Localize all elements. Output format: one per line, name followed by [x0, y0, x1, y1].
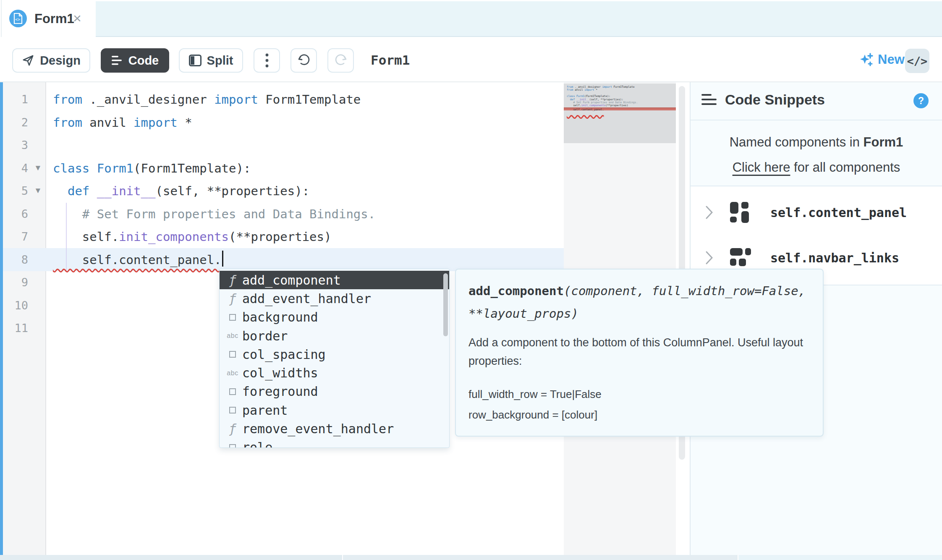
minimap-line [567, 114, 676, 117]
all-components-link[interactable]: Click here [733, 160, 790, 175]
code-token: (**properties) [605, 104, 628, 107]
code-line[interactable]: from anvil import * [53, 111, 375, 134]
completion-item[interactable]: ƒadd_event_handler [220, 289, 449, 308]
completion-item[interactable]: ƒremove_event_handler [220, 419, 449, 438]
design-label: Design [40, 54, 81, 68]
gutter-row: 1 [3, 88, 45, 111]
code-line[interactable]: from ._anvil_designer import Form1Templa… [53, 88, 375, 111]
completion-item[interactable]: background [220, 308, 449, 327]
code-line[interactable] [53, 134, 375, 157]
code-token: anvil [573, 88, 584, 92]
chevron-right-icon[interactable] [704, 250, 714, 265]
property-icon [223, 407, 242, 413]
component-row[interactable]: self.content_panel [691, 190, 942, 235]
chevron-right-icon[interactable] [704, 205, 714, 220]
autocomplete-dropdown: ƒadd_componentƒadd_event_handlerbackgrou… [219, 269, 450, 448]
fold-arrow-icon[interactable]: ▼ [34, 157, 42, 180]
autocomplete-scrollbar[interactable] [443, 273, 448, 336]
code-token: (self, **properties): [155, 184, 309, 198]
tab-close-icon[interactable]: × [73, 10, 81, 26]
design-button[interactable]: Design [12, 48, 90, 73]
layout-prop-line: full_width_row = True|False [468, 388, 810, 401]
string-icon: abc [223, 369, 242, 377]
code-line[interactable]: self.content_panel. [53, 249, 375, 272]
line-number: 6 [3, 203, 28, 226]
completion-label: role [242, 440, 272, 448]
line-number: 8 [3, 249, 28, 272]
code-token [53, 184, 68, 198]
code-token: import [584, 88, 594, 92]
code-line[interactable]: self.init_components(**properties) [53, 225, 375, 249]
property-icon [223, 351, 242, 358]
completion-item[interactable]: abccol_widths [220, 364, 449, 382]
completion-label: foreground [242, 384, 318, 399]
completion-label: add_event_handler [242, 291, 371, 306]
code-token: def [68, 184, 89, 198]
completion-item[interactable]: foreground [220, 382, 449, 401]
completion-label: background [242, 310, 318, 324]
code-token: from [53, 115, 82, 130]
bottom-bar [0, 555, 942, 560]
code-line[interactable]: # Set Form properties and Data Bindings. [53, 203, 375, 226]
code-line[interactable]: def __init__(self, **properties): [53, 180, 375, 203]
fold-arrow-icon[interactable]: ▼ [34, 179, 42, 202]
code-button[interactable]: Code [101, 48, 169, 73]
form-title: Form1 [371, 52, 410, 68]
snippets-lines-icon [701, 94, 717, 107]
svg-text:<>: <> [15, 17, 20, 22]
line-number: 9 [3, 271, 28, 294]
new-label: New [878, 52, 905, 67]
anvil-editor-window: <> Form1 × Design Code Split Form1 [0, 0, 942, 560]
function-icon: ƒ [223, 273, 242, 288]
gutter-row: 9 [3, 271, 45, 294]
code-token: (**properties) [229, 230, 331, 244]
code-token: init_components [581, 104, 606, 107]
gutter-row: 5▼ [3, 180, 45, 203]
gutter-row: 4▼ [3, 157, 45, 180]
undo-button[interactable] [290, 48, 317, 73]
completion-item[interactable]: col_spacing [220, 345, 449, 364]
minimap-line: from anvil import * [567, 89, 676, 92]
gutter-row: 10 [3, 294, 45, 317]
tab-label: Form1 [34, 11, 74, 26]
bottom-bar-segment [342, 555, 737, 560]
code-line[interactable]: class Form1(Form1Template): [53, 157, 375, 180]
code-token: import [133, 115, 178, 130]
redo-button[interactable] [327, 48, 354, 73]
split-label: Split [207, 54, 233, 68]
code-token: import [602, 85, 612, 89]
method-signature: add_component(component, full_width_row=… [468, 280, 810, 325]
tab-form1[interactable]: <> Form1 × [1, 0, 96, 37]
code-token [89, 184, 97, 198]
line-number: 3 [3, 134, 28, 157]
new-button[interactable]: New [859, 52, 905, 67]
property-icon [223, 388, 242, 395]
code-token: class [53, 161, 89, 175]
layout-prop-line: row_background = [colour] [468, 408, 810, 421]
completion-item[interactable]: parent [220, 401, 449, 419]
all-components-line: Click here for all components [691, 155, 942, 180]
view-source-button[interactable]: </> [905, 49, 929, 73]
completion-item[interactable]: role [220, 438, 449, 448]
code-token: init_components [119, 230, 229, 244]
snippets-title: Code Snippets [725, 92, 825, 108]
text-cursor [222, 251, 223, 267]
completion-item[interactable]: ƒadd_component [220, 271, 449, 289]
split-button[interactable]: Split [179, 48, 243, 73]
more-options-button[interactable] [254, 48, 280, 73]
help-badge[interactable]: ? [913, 93, 929, 108]
completion-item[interactable]: abcborder [220, 327, 449, 345]
line-number: 2 [3, 111, 28, 134]
bottom-bar-segment [738, 555, 942, 560]
string-icon: abc [223, 332, 242, 340]
line-number: 11 [3, 317, 28, 340]
code-token: self. [53, 230, 119, 244]
code-token: * [178, 115, 192, 130]
code-token: # Set Form properties and Data Bindings. [53, 207, 375, 221]
minimap-line: self.init_components(**properties) [567, 104, 676, 107]
code-token: from [53, 92, 82, 107]
minimap-line: self.content_panel. [564, 107, 676, 110]
gutter-row: 7 [3, 225, 45, 249]
completion-label: remove_event_handler [242, 421, 394, 436]
named-components-line: Named components in Form1 [691, 130, 942, 155]
